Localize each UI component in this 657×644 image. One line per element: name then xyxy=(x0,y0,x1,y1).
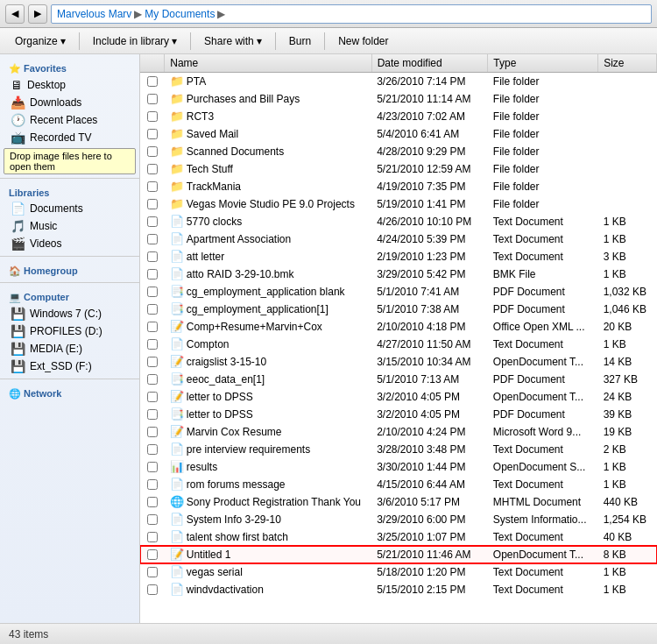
table-row[interactable]: 📄vegas serial 5/18/2010 1:20 PM Text Doc… xyxy=(140,563,657,581)
row-date: 3/30/2010 1:44 PM xyxy=(371,458,488,476)
include-in-library-button[interactable]: Include in library ▾ xyxy=(85,32,185,50)
row-checkbox xyxy=(140,406,165,423)
sidebar-item-music[interactable]: 🎵 Music xyxy=(0,217,139,235)
path-part-1[interactable]: Marvelous Marv xyxy=(57,8,131,20)
col-type-header[interactable]: Type xyxy=(488,54,598,73)
table-row[interactable]: 📁Tech Stuff 5/21/2010 12:59 AM File fold… xyxy=(140,160,657,178)
table-row[interactable]: 📝Marvin Cox Resume 2/10/2010 4:24 PM Mic… xyxy=(140,423,657,441)
sidebar-item-media-label: MEDIA (E:) xyxy=(30,343,82,355)
table-row[interactable]: 📄Apartment Association 4/24/2010 5:39 PM… xyxy=(140,230,657,248)
file-type-icon: 📁 xyxy=(170,197,184,210)
table-row[interactable]: 📑letter to DPSS 3/2/2010 4:05 PM PDF Doc… xyxy=(140,406,657,423)
table-row[interactable]: 📁Vegas Movie Studio PE 9.0 Projects 5/19… xyxy=(140,195,657,213)
row-checkbox xyxy=(140,511,165,528)
table-row[interactable]: 📝letter to DPSS 3/2/2010 4:05 PM OpenDoc… xyxy=(140,388,657,406)
burn-button[interactable]: Burn xyxy=(281,32,319,50)
table-row[interactable]: 📄Compton 4/27/2010 11:50 AM Text Documen… xyxy=(140,336,657,353)
table-row[interactable]: 📑cg_employment_application blank 5/1/201… xyxy=(140,283,657,301)
row-name: 🌐Sony Product Registration Thank You xyxy=(165,493,371,511)
table-row[interactable]: 📁TrackMania 4/19/2010 7:35 PM File folde… xyxy=(140,178,657,195)
row-name: 📄pre interview requirements xyxy=(165,441,371,458)
row-type: Text Document xyxy=(488,213,598,230)
table-row[interactable]: 📄atto RAID 3-29-10.bmk 3/29/2010 5:42 PM… xyxy=(140,265,657,283)
sidebar-item-downloads-label: Downloads xyxy=(30,96,81,109)
file-type-icon: 📁 xyxy=(170,92,184,105)
file-type-icon: 📄 xyxy=(170,530,184,543)
col-name-header[interactable]: Name xyxy=(165,54,371,73)
file-pane: Name Date modified Type Size 📁PTA 3/26/2… xyxy=(140,54,657,623)
row-checkbox xyxy=(140,581,165,598)
windows7-icon: 💾 xyxy=(11,307,25,321)
table-row[interactable]: 📑cg_employment_application[1] 5/1/2010 7… xyxy=(140,301,657,318)
include-chevron: ▾ xyxy=(172,35,177,47)
row-size xyxy=(598,160,657,178)
sidebar-item-downloads[interactable]: 📥 Downloads xyxy=(0,94,139,111)
sidebar-item-extssd[interactable]: 💾 Ext_SSD (F:) xyxy=(0,357,139,375)
col-checkbox[interactable] xyxy=(140,54,165,73)
table-row[interactable]: 📄att letter 2/19/2010 1:23 PM Text Docum… xyxy=(140,248,657,265)
sidebar-item-recent-places[interactable]: 🕐 Recent Places xyxy=(0,111,139,129)
row-checkbox xyxy=(140,423,165,441)
forward-button[interactable]: ▶ xyxy=(28,4,47,24)
row-size xyxy=(598,125,657,143)
share-with-button[interactable]: Share with ▾ xyxy=(196,32,270,50)
table-row[interactable]: 📄rom forums message 4/15/2010 6:44 AM Te… xyxy=(140,476,657,493)
row-size: 24 KB xyxy=(598,388,657,406)
table-row[interactable]: 📝craigslist 3-15-10 3/15/2010 10:34 AM O… xyxy=(140,353,657,371)
table-row[interactable]: 📁Purchases and Bill Pays 5/21/2010 11:14… xyxy=(140,90,657,108)
col-date-header[interactable]: Date modified xyxy=(371,54,488,73)
table-row[interactable]: 📊results 3/30/2010 1:44 PM OpenDocument … xyxy=(140,458,657,476)
sidebar-item-videos[interactable]: 🎬 Videos xyxy=(0,235,139,252)
sidebar-item-desktop-label: Desktop xyxy=(27,79,66,91)
row-type: Text Document xyxy=(488,476,598,493)
row-size xyxy=(598,73,657,90)
table-row[interactable]: 📑eeoc_data_en[1] 5/1/2010 7:13 AM PDF Do… xyxy=(140,371,657,388)
row-name: 📄Apartment Association xyxy=(165,230,371,248)
status-bar: 43 items xyxy=(0,623,657,644)
row-checkbox xyxy=(140,563,165,581)
file-type-icon: 📄 xyxy=(170,267,184,280)
file-type-icon: 📑 xyxy=(170,407,184,421)
row-name: 📑eeoc_data_en[1] xyxy=(165,371,371,388)
file-type-icon: 📁 xyxy=(170,127,184,140)
sidebar-item-recorded-tv[interactable]: 📺 Recorded TV xyxy=(0,129,139,146)
row-date: 5/1/2010 7:41 AM xyxy=(371,283,488,301)
back-button[interactable]: ◀ xyxy=(5,4,25,24)
table-row[interactable]: 📄System Info 3-29-10 3/29/2010 6:00 PM S… xyxy=(140,511,657,528)
address-path[interactable]: Marvelous Marv ▶ My Documents ▶ xyxy=(51,4,652,24)
row-size: 1 KB xyxy=(598,213,657,230)
table-row[interactable]: 📄windvdactivation 5/15/2010 2:15 PM Text… xyxy=(140,581,657,598)
table-row[interactable]: 📝Untitled 1 5/21/2010 11:46 AM OpenDocum… xyxy=(140,546,657,563)
table-row[interactable]: 📁Saved Mail 5/4/2010 6:41 AM File folder xyxy=(140,125,657,143)
table-row[interactable]: 📄5770 clocks 4/26/2010 10:10 PM Text Doc… xyxy=(140,213,657,230)
row-checkbox xyxy=(140,493,165,511)
table-row[interactable]: 📄pre interview requirements 3/28/2010 3:… xyxy=(140,441,657,458)
sidebar-item-media[interactable]: 💾 MEDIA (E:) xyxy=(0,340,139,357)
table-row[interactable]: 📝Comp+Resume+Marvin+Cox 2/10/2010 4:18 P… xyxy=(140,318,657,336)
row-name: 📄att letter xyxy=(165,248,371,265)
sidebar-divider-3 xyxy=(0,282,139,283)
table-row[interactable]: 📄talent show first batch 3/25/2010 1:07 … xyxy=(140,528,657,546)
sidebar-item-desktop[interactable]: 🖥 Desktop xyxy=(0,76,139,94)
organize-button[interactable]: Organize ▾ xyxy=(7,32,74,50)
sidebar-item-documents[interactable]: 📄 Documents xyxy=(0,200,139,217)
sidebar-item-profiles[interactable]: 💾 PROFILES (D:) xyxy=(0,322,139,340)
row-size: 3 KB xyxy=(598,248,657,265)
table-row[interactable]: 📁RCT3 4/23/2010 7:02 AM File folder xyxy=(140,108,657,125)
row-date: 3/29/2010 6:00 PM xyxy=(371,511,488,528)
sidebar-item-windows7[interactable]: 💾 Windows 7 (C:) xyxy=(0,305,139,322)
row-size: 1 KB xyxy=(598,581,657,598)
table-row[interactable]: 🌐Sony Product Registration Thank You 3/6… xyxy=(140,493,657,511)
row-name: 📁Tech Stuff xyxy=(165,160,371,178)
row-date: 3/26/2010 7:14 PM xyxy=(371,73,488,90)
row-checkbox xyxy=(140,301,165,318)
row-checkbox xyxy=(140,248,165,265)
row-date: 4/24/2010 5:39 PM xyxy=(371,230,488,248)
table-row[interactable]: 📁PTA 3/26/2010 7:14 PM File folder xyxy=(140,73,657,90)
sidebar-item-music-label: Music xyxy=(30,220,57,232)
col-size-header[interactable]: Size xyxy=(598,54,657,73)
new-folder-button[interactable]: New folder xyxy=(330,32,396,50)
row-date: 3/15/2010 10:34 AM xyxy=(371,353,488,371)
table-row[interactable]: 📁Scanned Documents 4/28/2010 9:29 PM Fil… xyxy=(140,143,657,160)
path-part-2[interactable]: My Documents xyxy=(145,8,215,20)
